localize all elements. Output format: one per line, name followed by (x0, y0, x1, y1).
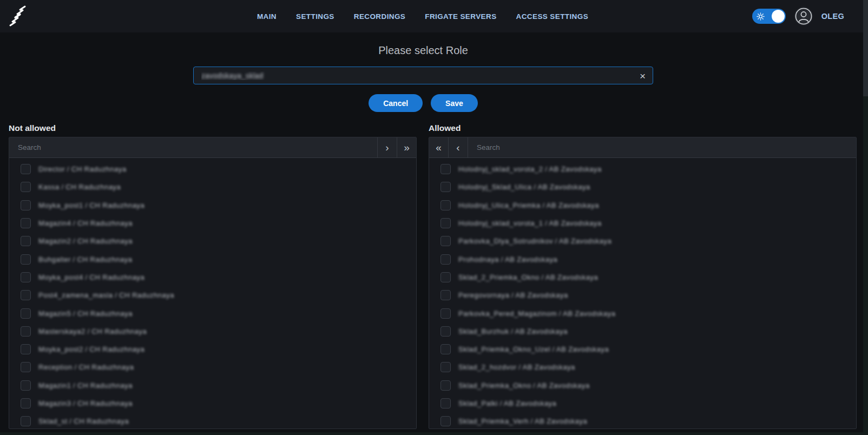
cancel-button[interactable]: Cancel (369, 94, 423, 112)
list-item[interactable]: Magazin3 / CH Raduzhnaya (9, 394, 416, 412)
move-all-right-button[interactable]: » (397, 137, 416, 157)
item-checkbox[interactable] (440, 236, 451, 246)
item-checkbox[interactable] (21, 272, 31, 282)
list-item[interactable]: Sklad_Priemka_Verh / AB Zavodskaya (429, 412, 856, 429)
list-item[interactable]: Sklad_st / CH Raduzhnaya (9, 412, 416, 429)
item-checkbox[interactable] (21, 308, 31, 319)
frigate-logo-icon[interactable] (7, 4, 32, 29)
list-item[interactable]: Sklad_Priemka_Okno / AB Zavodskaya (429, 377, 856, 394)
list-item[interactable]: Parkovka_Dlya_Sotrudnikov / AB Zavodskay… (429, 232, 856, 250)
nav-link-recordings[interactable]: RECORDINGS (354, 12, 406, 21)
item-checkbox[interactable] (21, 200, 31, 210)
vertical-scrollbar-thumb[interactable] (863, 0, 868, 96)
not-allowed-list: Director / CH Raduzhnaya Kassa / CH Radu… (9, 158, 416, 429)
list-item[interactable]: Reception / CH Raduzhnaya (9, 358, 416, 376)
item-checkbox[interactable] (440, 182, 451, 192)
item-checkbox[interactable] (440, 416, 451, 426)
item-checkbox[interactable] (440, 344, 451, 354)
sun-icon (757, 12, 765, 21)
list-item[interactable]: Sklad_Burzhuk / AB Zavodskaya (429, 322, 856, 340)
item-checkbox[interactable] (440, 254, 451, 265)
role-name-input[interactable] (193, 67, 653, 84)
list-item[interactable]: Director / CH Raduzhnaya (9, 160, 416, 178)
nav-link-main[interactable]: MAIN (257, 12, 277, 21)
list-item[interactable]: Moyka_post1 / CH Raduzhnaya (9, 196, 416, 214)
list-item[interactable]: Post4_zamena_masla / CH Raduzhnaya (9, 286, 416, 304)
camera-role-label: Peregovornaya / AB Zavodskaya (458, 291, 568, 299)
item-checkbox[interactable] (21, 218, 31, 228)
not-allowed-title: Not allowed (9, 123, 417, 133)
vertical-scrollbar[interactable] (863, 0, 868, 435)
item-checkbox[interactable] (440, 362, 451, 372)
username-label[interactable]: OLEG (821, 12, 844, 21)
camera-role-label: Sklad_Priemka_Verh / AB Zavodskaya (458, 417, 587, 425)
role-dialog: Please select Role × Cancel Save (0, 43, 846, 112)
list-item[interactable]: Masterskaya2 / CH Raduzhnaya (9, 322, 416, 340)
list-item[interactable]: Moyka_post4 / CH Raduzhnaya (9, 268, 416, 286)
list-item[interactable]: Magazin1 / CH Raduzhnaya (9, 377, 416, 394)
list-item[interactable]: Sklad_2_Priemka_Okno / AB Zavodskaya (429, 268, 856, 286)
camera-role-label: Moyka_post4 / CH Raduzhnaya (38, 273, 144, 281)
item-checkbox[interactable] (21, 398, 31, 408)
item-checkbox[interactable] (440, 272, 451, 282)
list-item[interactable]: Moyka_post2 / CH Raduzhnaya (9, 340, 416, 358)
item-checkbox[interactable] (21, 182, 31, 192)
camera-role-label: Magazin5 / CH Raduzhnaya (38, 309, 133, 318)
item-checkbox[interactable] (21, 362, 31, 372)
nav-link-settings[interactable]: SETTINGS (296, 12, 334, 21)
not-allowed-search-input[interactable] (9, 137, 377, 157)
item-checkbox[interactable] (21, 164, 31, 174)
item-checkbox[interactable] (21, 326, 31, 337)
nav-link-frigate-servers[interactable]: FRIGATE SERVERS (425, 12, 496, 21)
list-item[interactable]: Prohodnaya / AB Zavodskaya (429, 250, 856, 268)
item-checkbox[interactable] (440, 326, 451, 337)
item-checkbox[interactable] (21, 416, 31, 426)
list-item[interactable]: Peregovornaya / AB Zavodskaya (429, 286, 856, 304)
theme-toggle[interactable] (752, 9, 786, 24)
item-checkbox[interactable] (21, 254, 31, 265)
list-item[interactable]: Holodnyj_sklad_vorota_1 / AB Zavodskaya (429, 214, 856, 232)
camera-role-label: Kassa / CH Raduzhnaya (38, 183, 121, 191)
list-item[interactable]: Magazin4 / CH Raduzhnaya (9, 214, 416, 232)
camera-role-label: Post4_zamena_masla / CH Raduzhnaya (38, 291, 174, 299)
not-allowed-column: Not allowed › » Director / CH Raduzhnaya (9, 123, 417, 429)
item-checkbox[interactable] (440, 164, 451, 174)
camera-role-label: Holodnyj_sklad_vorota_2 / AB Zavodskaya (458, 165, 601, 173)
item-checkbox[interactable] (21, 344, 31, 354)
list-item[interactable]: Holodnyj_Sklad_Ulica / AB Zavodskaya (429, 178, 856, 196)
list-item[interactable]: Magazin2 / CH Raduzhnaya (9, 232, 416, 250)
camera-role-label: Parkovka_Dlya_Sotrudnikov / AB Zavodskay… (458, 237, 611, 245)
allowed-search-input[interactable] (468, 137, 856, 157)
list-item[interactable]: Buhgalter / CH Raduzhnaya (9, 250, 416, 268)
item-checkbox[interactable] (440, 308, 451, 319)
user-avatar[interactable] (794, 7, 813, 25)
camera-role-label: Reception / CH Raduzhnaya (38, 363, 134, 371)
dialog-actions: Cancel Save (0, 94, 846, 112)
list-item[interactable]: Sklad_Priemka_Okno_Uzel / AB Zavodskaya (429, 340, 856, 358)
nav-link-access-settings[interactable]: ACCESS SETTINGS (516, 12, 589, 21)
save-button[interactable]: Save (431, 94, 478, 112)
list-item[interactable]: Magazin5 / CH Raduzhnaya (9, 304, 416, 322)
camera-role-label: Moyka_post2 / CH Raduzhnaya (38, 345, 144, 353)
item-checkbox[interactable] (21, 290, 31, 300)
item-checkbox[interactable] (440, 290, 451, 300)
list-item[interactable]: Holodnyj_Ulica_Priemka / AB Zavodskaya (429, 196, 856, 214)
move-all-left-button[interactable]: « (429, 137, 449, 157)
clear-input-icon[interactable]: × (636, 69, 649, 82)
horizontal-scrollbar[interactable] (0, 432, 868, 435)
item-checkbox[interactable] (440, 380, 451, 391)
list-item[interactable]: Parkovka_Pered_Magazinom / AB Zavodskaya (429, 304, 856, 322)
item-checkbox[interactable] (440, 218, 451, 228)
item-checkbox[interactable] (440, 398, 451, 408)
allowed-column: Allowed « ‹ Holodnyj_sklad_vorota_2 / AB… (429, 123, 857, 429)
item-checkbox[interactable] (21, 380, 31, 391)
list-item[interactable]: Kassa / CH Raduzhnaya (9, 178, 416, 196)
move-selected-right-button[interactable]: › (377, 137, 397, 157)
item-checkbox[interactable] (440, 200, 451, 210)
camera-role-label: Sklad_2_Priemka_Okno / AB Zavodskaya (458, 273, 598, 281)
list-item[interactable]: Holodnyj_sklad_vorota_2 / AB Zavodskaya (429, 160, 856, 178)
move-selected-left-button[interactable]: ‹ (449, 137, 468, 157)
list-item[interactable]: Sklad_Palki / AB Zavodskaya (429, 394, 856, 412)
list-item[interactable]: Sklad_2_hozdvor / AB Zavodskaya (429, 358, 856, 376)
item-checkbox[interactable] (21, 236, 31, 246)
